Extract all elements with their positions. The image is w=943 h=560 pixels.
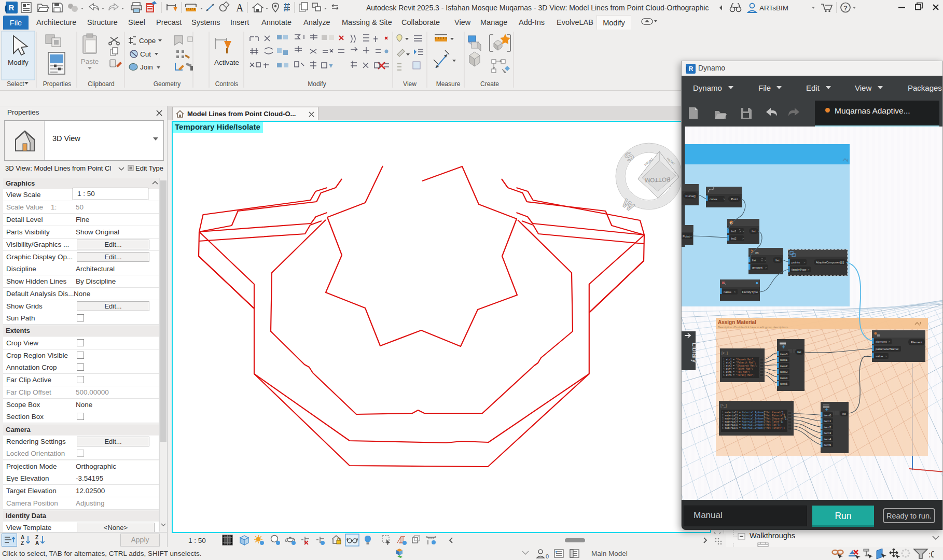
svg-text:>: > xyxy=(889,340,891,343)
svg-text:item0: item0 xyxy=(780,353,787,356)
svg-text:item2: item2 xyxy=(780,365,787,368)
svg-text:Z: Z xyxy=(21,540,24,546)
svg-text:name: name xyxy=(724,290,732,293)
svg-text:>: > xyxy=(742,237,744,240)
svg-text:R: R xyxy=(9,3,15,12)
svg-text:Curve[]: Curve[] xyxy=(685,194,696,198)
svg-text:Assign Material: Assign Material xyxy=(718,319,756,325)
svg-text:>: > xyxy=(764,259,766,262)
svg-text:[>_]: [>_] xyxy=(722,351,728,355)
svg-text:>: > xyxy=(808,268,810,271)
svg-text:3 atr3 = "Shaparak Mat";: 3 atr3 = "Shaparak Mat"; xyxy=(723,365,757,367)
svg-text:list: list xyxy=(797,351,801,354)
svg-text:1 : 50: 1 : 50 xyxy=(188,537,206,544)
svg-text:Measure: Measure xyxy=(436,80,461,88)
svg-text:?: ? xyxy=(843,4,848,12)
svg-text:curve: curve xyxy=(710,198,717,201)
svg-text:Activate: Activate xyxy=(214,59,239,66)
svg-text:amount: amount xyxy=(752,266,762,269)
svg-text:A: A xyxy=(21,535,24,540)
svg-text:list: list xyxy=(842,412,846,415)
svg-text:value: value xyxy=(876,355,883,358)
svg-text:2 atr2 = "Pabarik Mat";: 2 atr2 = "Pabarik Mat"; xyxy=(723,361,756,364)
svg-text:View: View xyxy=(403,80,417,88)
svg-text:item4: item4 xyxy=(780,376,788,380)
svg-text:list: list xyxy=(752,259,756,262)
svg-text:2 material2 = Material.ByName[: 2 material2 = Material.ByName["Mat Pabar… xyxy=(722,414,786,417)
svg-text:item3: item3 xyxy=(824,431,831,435)
svg-text:6 material6 = Material.ByName[: 6 material6 = Material.ByName["Mat Toran… xyxy=(722,427,785,429)
svg-text:ARTsBIM: ARTsBIM xyxy=(759,4,788,12)
svg-text:1 atr1 = "Kaaseh Mat";: 1 atr1 = "Kaaseh Mat"; xyxy=(723,358,755,361)
svg-text:Modify: Modify xyxy=(8,59,29,66)
svg-text:A: A xyxy=(236,2,244,13)
svg-text:Point: Point xyxy=(731,198,738,201)
svg-text:Paste: Paste xyxy=(81,58,99,65)
svg-text:Z: Z xyxy=(35,535,38,540)
svg-text:list1: list1 xyxy=(731,230,737,233)
svg-text:item1: item1 xyxy=(824,419,831,423)
svg-text:R: R xyxy=(689,65,694,73)
svg-text:0: 0 xyxy=(546,553,549,559)
svg-text:Modify: Modify xyxy=(308,80,326,88)
svg-text:5 material5 = Material.ByName[: 5 material5 = Material.ByName["Mat Tas"]… xyxy=(722,424,781,426)
svg-text:>: > xyxy=(885,355,887,358)
svg-text:item0: item0 xyxy=(824,414,831,417)
svg-text:Clipboard: Clipboard xyxy=(88,80,114,88)
svg-text:Cut: Cut xyxy=(140,50,151,58)
svg-text:familyType: familyType xyxy=(792,268,807,271)
svg-text:item3: item3 xyxy=(780,370,787,373)
svg-text:item1: item1 xyxy=(780,358,787,361)
svg-text:A: A xyxy=(35,540,39,546)
svg-text:Create: Create xyxy=(480,80,499,88)
svg-text:6 atr6 = "Toranj Mat";: 6 atr6 = "Toranj Mat"; xyxy=(723,374,755,376)
svg-text:Join: Join xyxy=(140,63,153,71)
svg-text:list: list xyxy=(775,259,780,262)
svg-text:Controls: Controls xyxy=(215,80,239,88)
svg-text:list2: list2 xyxy=(731,237,737,240)
svg-text:5 atr5 = "Tas Mat";: 5 atr5 = "Tas Mat"; xyxy=(723,371,750,373)
svg-text::0: :0 xyxy=(928,550,934,559)
svg-text:Element: Element xyxy=(911,341,922,344)
svg-text:[>_]: [>_] xyxy=(720,403,727,408)
svg-text:element: element xyxy=(876,340,887,343)
svg-text:3 material3 = Material.ByName[: 3 material3 = Material.ByName["Mat Shapa… xyxy=(722,417,788,420)
svg-text:Properties: Properties xyxy=(43,80,72,88)
svg-text:>: > xyxy=(742,230,744,233)
svg-text:item5: item5 xyxy=(780,382,787,385)
svg-text:item5: item5 xyxy=(824,443,831,446)
svg-text:4 material4 = Material.ByName[: 4 material4 = Material.ByName["Mat Takht… xyxy=(722,421,784,423)
svg-text:>: > xyxy=(897,347,899,351)
svg-text:Description <Double-click here: Description <Double-click here to edit g… xyxy=(718,326,788,329)
svg-text:parameterName: parameterName xyxy=(876,347,898,351)
svg-text:88: 88 xyxy=(755,251,759,255)
svg-text:>: > xyxy=(803,261,806,264)
svg-text:Geometry: Geometry xyxy=(154,80,181,88)
svg-text:AdaptiveComponent[] []: AdaptiveComponent[] [] xyxy=(816,261,844,264)
svg-text:Cope: Cope xyxy=(139,37,156,45)
svg-text:item4: item4 xyxy=(824,438,831,441)
svg-text:>: > xyxy=(765,266,767,269)
svg-text:item2: item2 xyxy=(824,426,831,429)
svg-text:Select: Select xyxy=(7,80,24,88)
svg-text:Library: Library xyxy=(691,343,698,363)
svg-text:points: points xyxy=(792,261,800,264)
svg-text:>: > xyxy=(723,198,725,201)
svg-text:list: list xyxy=(752,230,756,233)
svg-text:1 material1 = Material.ByName[: 1 material1 = Material.ByName["Mat Kaase… xyxy=(722,411,785,414)
svg-text:>: > xyxy=(734,290,736,293)
svg-text:BOTTOM: BOTTOM xyxy=(645,176,670,184)
svg-text:4 atr4 = "Takht Mat";: 4 atr4 = "Takht Mat"; xyxy=(723,368,753,370)
svg-text:FamilyType: FamilyType xyxy=(742,290,758,293)
